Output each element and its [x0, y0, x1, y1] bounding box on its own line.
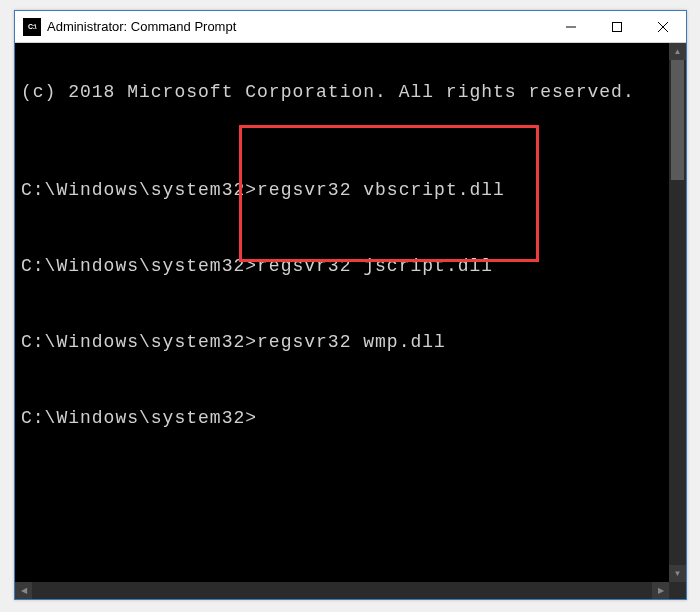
terminal-prompt: C:\Windows\system32>	[21, 408, 257, 428]
scroll-left-arrow-icon[interactable]: ◀	[15, 582, 32, 599]
terminal-prompt: C:\Windows\system32>	[21, 256, 257, 276]
terminal-text: (c) 2018 Microsoft Corporation. All righ…	[21, 82, 635, 102]
terminal-content: (c) 2018 Microsoft Corporation. All righ…	[15, 43, 686, 467]
titlebar[interactable]: C:\ Administrator: Command Prompt	[15, 11, 686, 43]
scroll-track-vertical[interactable]	[669, 60, 686, 565]
terminal-prompt: C:\Windows\system32>	[21, 332, 257, 352]
scroll-right-arrow-icon[interactable]: ▶	[652, 582, 669, 599]
command-prompt-window: C:\ Administrator: Command Prompt (c) 20…	[14, 10, 687, 600]
terminal-line: C:\Windows\system32>regsvr32 vbscript.dl…	[21, 181, 680, 199]
terminal-prompt: C:\Windows\system32>	[21, 180, 257, 200]
terminal-line: C:\Windows\system32>	[21, 409, 680, 427]
scroll-down-arrow-icon[interactable]: ▼	[669, 565, 686, 582]
terminal-line: C:\Windows\system32>regsvr32 jscript.dll	[21, 257, 680, 275]
scroll-up-arrow-icon[interactable]: ▲	[669, 43, 686, 60]
close-button[interactable]	[640, 11, 686, 42]
app-icon: C:\	[23, 18, 41, 36]
terminal-line: C:\Windows\system32>regsvr32 wmp.dll	[21, 333, 680, 351]
maximize-button[interactable]	[594, 11, 640, 42]
terminal-text: regsvr32 wmp.dll	[257, 332, 446, 352]
vertical-scrollbar[interactable]: ▲ ▼	[669, 43, 686, 582]
terminal-area[interactable]: (c) 2018 Microsoft Corporation. All righ…	[15, 43, 686, 599]
maximize-icon	[611, 21, 623, 33]
minimize-button[interactable]	[548, 11, 594, 42]
window-title: Administrator: Command Prompt	[47, 19, 548, 34]
terminal-text: regsvr32 jscript.dll	[257, 256, 493, 276]
scroll-corner	[669, 582, 686, 599]
svg-rect-1	[613, 22, 622, 31]
terminal-text: regsvr32 vbscript.dll	[257, 180, 505, 200]
window-controls	[548, 11, 686, 42]
horizontal-scrollbar[interactable]: ◀ ▶	[15, 582, 669, 599]
scroll-thumb-vertical[interactable]	[671, 60, 684, 180]
minimize-icon	[565, 21, 577, 33]
close-icon	[657, 21, 669, 33]
terminal-line: (c) 2018 Microsoft Corporation. All righ…	[21, 83, 680, 101]
scroll-track-horizontal[interactable]	[32, 582, 652, 599]
